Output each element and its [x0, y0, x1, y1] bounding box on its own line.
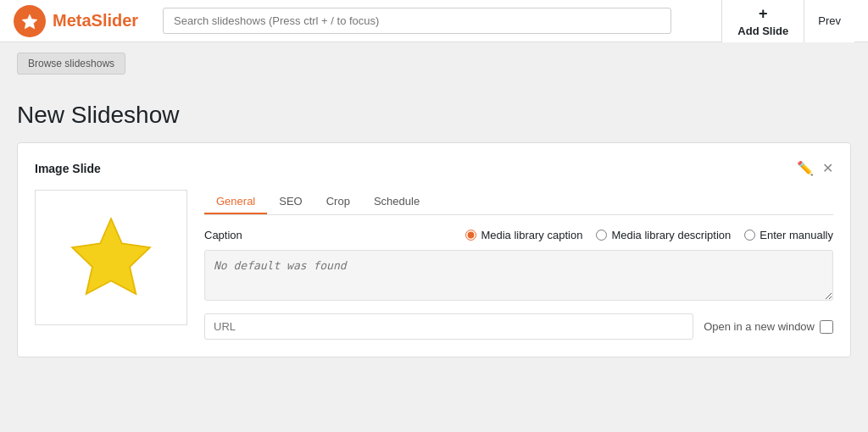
star-image — [64, 211, 158, 304]
caption-row: Caption Media library caption Media libr… — [204, 229, 833, 241]
slide-panel: Image Slide ✏️ ✕ General SEO Crop Sc — [17, 142, 851, 357]
close-icon[interactable]: ✕ — [822, 160, 833, 176]
slide-thumbnail — [35, 190, 187, 325]
page-title: New Slideshow — [17, 102, 851, 129]
tab-crop[interactable]: Crop — [314, 190, 362, 214]
prev-label: Prev — [818, 14, 841, 27]
radio-media-caption[interactable] — [465, 230, 476, 241]
search-bar[interactable] — [163, 8, 671, 34]
slide-body: General SEO Crop Schedule Caption Media … — [35, 190, 833, 340]
slide-panel-actions: ✏️ ✕ — [797, 160, 833, 176]
url-input[interactable] — [204, 313, 693, 340]
logo-text: MetaSlider — [53, 11, 138, 30]
new-window-checkbox[interactable] — [820, 320, 833, 334]
edit-icon[interactable]: ✏️ — [797, 160, 814, 176]
tab-general[interactable]: General — [204, 190, 267, 214]
topbar: MetaSlider + Add Slide Prev — [0, 0, 868, 42]
add-slide-label: Add Slide — [737, 25, 788, 37]
radio-enter-manually[interactable] — [744, 230, 755, 241]
add-slide-button[interactable]: + Add Slide — [721, 0, 804, 42]
logo-icon — [14, 5, 46, 37]
radio-media-description[interactable] — [596, 230, 607, 241]
prev-button[interactable]: Prev — [804, 0, 854, 42]
radio-option-media-description[interactable]: Media library description — [596, 229, 731, 241]
url-row: Open in a new window — [204, 313, 833, 340]
tab-schedule[interactable]: Schedule — [362, 190, 431, 214]
search-input[interactable] — [163, 8, 671, 34]
radio-option-media-caption[interactable]: Media library caption — [465, 229, 582, 241]
topbar-right: + Add Slide Prev — [721, 0, 854, 42]
tabs: General SEO Crop Schedule — [204, 190, 833, 215]
radio-media-caption-label: Media library caption — [481, 229, 582, 241]
breadcrumb-bar: Browse slideshows — [0, 42, 868, 85]
new-window-text: Open in a new window — [704, 320, 815, 333]
radio-media-description-label: Media library description — [611, 229, 731, 241]
tab-seo[interactable]: SEO — [267, 190, 314, 214]
breadcrumb[interactable]: Browse slideshows — [17, 53, 125, 75]
add-slide-plus-icon: + — [759, 5, 768, 23]
radio-option-enter-manually[interactable]: Enter manually — [744, 229, 833, 241]
main-content: Image Slide ✏️ ✕ General SEO Crop Sc — [0, 142, 868, 374]
slide-panel-title: Image Slide — [35, 162, 101, 175]
caption-textarea[interactable] — [204, 250, 833, 301]
caption-label: Caption — [204, 229, 255, 241]
logo-area: MetaSlider — [14, 5, 149, 37]
radio-enter-manually-label: Enter manually — [760, 229, 833, 241]
page-title-area: New Slideshow — [0, 85, 868, 142]
svg-marker-0 — [72, 219, 150, 294]
slide-panel-header: Image Slide ✏️ ✕ — [35, 160, 833, 176]
slide-details: General SEO Crop Schedule Caption Media … — [204, 190, 833, 340]
caption-radio-options: Media library caption Media library desc… — [269, 229, 833, 241]
new-window-label[interactable]: Open in a new window — [704, 320, 833, 334]
